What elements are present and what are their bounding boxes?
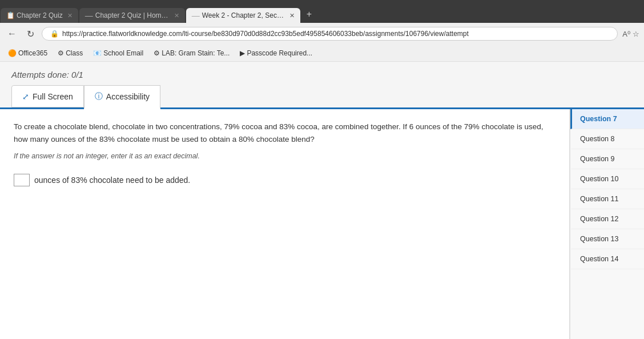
bookmark-passcode[interactable]: ▶ Passcode Required...	[236, 48, 316, 58]
fullscreen-button[interactable]: ⤢ Full Screen	[11, 85, 84, 107]
tab-close-2[interactable]: ✕	[174, 12, 179, 19]
tab-favicon-1: 📋	[6, 11, 14, 19]
sidebar-question-7[interactable]: Question 7	[570, 109, 644, 129]
bookmark-lab[interactable]: ⚙ LAB: Gram Stain: Te...	[150, 48, 233, 58]
fullscreen-label: Full Screen	[33, 92, 73, 101]
sidebar-question-12[interactable]: Question 12	[570, 209, 644, 229]
bookmark-email-label: School Email	[103, 49, 143, 57]
question-text: To create a chocolate blend, chocolate i…	[14, 121, 556, 145]
refresh-button[interactable]: ↻	[24, 27, 37, 41]
attempts-text: Attempts done: 0/1	[11, 70, 83, 79]
address-text: https://practice.flatworldknowledge.com/…	[62, 30, 609, 38]
bookmarks-bar: 🟠 Office365 ⚙ Class 📧 School Email ⚙ LAB…	[0, 45, 644, 62]
accessibility-label: Accessibility	[106, 92, 150, 101]
sidebar-question-9[interactable]: Question 9	[570, 149, 644, 169]
sidebar-question-8[interactable]: Question 8	[570, 129, 644, 149]
accessibility-icon: ⓘ	[95, 91, 103, 102]
bookmark-office365-label: Office365	[18, 49, 47, 57]
quiz-main: To create a chocolate blend, chocolate i…	[0, 109, 644, 339]
bookmark-class[interactable]: ⚙ Class	[54, 48, 86, 58]
quiz-controls: ⤢ Full Screen ⓘ Accessibility	[0, 85, 644, 109]
tab-label-2: Chapter 2 Quiz | Homework	[95, 11, 170, 19]
passcode-icon: ▶	[240, 49, 245, 57]
address-right-icons: A⁰ ☆	[622, 30, 639, 38]
tab-week2[interactable]: — Week 2 - Chapter 2, Section 2.2 ✕	[186, 8, 300, 23]
office365-icon: 🟠	[8, 49, 17, 57]
fullscreen-icon: ⤢	[22, 92, 29, 101]
sidebar-question-13[interactable]: Question 13	[570, 229, 644, 249]
answer-label: ounces of 83% chocolate need to be added…	[34, 176, 190, 185]
new-tab-button[interactable]: +	[301, 6, 317, 23]
bookmark-passcode-label: Passcode Required...	[247, 49, 312, 57]
question-panel: To create a chocolate blend, chocolate i…	[0, 109, 570, 339]
browser-window: 📋 Chapter 2 Quiz ✕ — Chapter 2 Quiz | Ho…	[0, 0, 644, 339]
bookmark-lab-label: LAB: Gram Stain: Te...	[162, 49, 230, 57]
bookmark-office365[interactable]: 🟠 Office365	[5, 48, 51, 58]
bookmark-school-email[interactable]: 📧 School Email	[90, 48, 147, 58]
lab-icon: ⚙	[154, 49, 160, 57]
tab-bar: 📋 Chapter 2 Quiz ✕ — Chapter 2 Quiz | Ho…	[0, 0, 644, 23]
bookmark-class-label: Class	[66, 49, 83, 57]
back-button[interactable]: ←	[5, 27, 19, 41]
tab-label-3: Week 2 - Chapter 2, Section 2.2	[202, 11, 285, 19]
accessibility-button[interactable]: ⓘ Accessibility	[84, 85, 160, 109]
question-note: If the answer is not an integer, enter i…	[14, 152, 556, 160]
tab-label-1: Chapter 2 Quiz	[17, 11, 63, 19]
answer-input[interactable]	[14, 174, 30, 186]
page-content: Attempts done: 0/1 ⤢ Full Screen ⓘ Acces…	[0, 62, 644, 339]
tab-favicon-3: —	[192, 11, 200, 19]
attempts-bar: Attempts done: 0/1	[0, 62, 644, 85]
favorites-icon[interactable]: ☆	[633, 30, 639, 38]
answer-row: ounces of 83% chocolate need to be added…	[14, 174, 556, 186]
email-icon: 📧	[93, 49, 102, 57]
tab-close-3[interactable]: ✕	[289, 12, 295, 19]
question-sidebar: Question 7 Question 8 Question 9 Questio…	[570, 109, 644, 339]
tab-favicon-2: —	[85, 11, 93, 19]
lock-icon: 🔒	[50, 30, 59, 38]
tab-chapter2quiz[interactable]: 📋 Chapter 2 Quiz ✕	[1, 8, 78, 23]
address-bar: ← ↻ 🔒 https://practice.flatworldknowledg…	[0, 23, 644, 45]
reader-icon[interactable]: A⁰	[622, 30, 630, 38]
sidebar-question-14[interactable]: Question 14	[570, 249, 644, 269]
sidebar-question-10[interactable]: Question 10	[570, 169, 644, 189]
tab-homework[interactable]: — Chapter 2 Quiz | Homework ✕	[79, 8, 185, 23]
class-icon: ⚙	[58, 49, 64, 57]
tab-close-1[interactable]: ✕	[67, 12, 73, 19]
address-input-wrap[interactable]: 🔒 https://practice.flatworldknowledge.co…	[42, 27, 618, 41]
sidebar-question-11[interactable]: Question 11	[570, 189, 644, 209]
